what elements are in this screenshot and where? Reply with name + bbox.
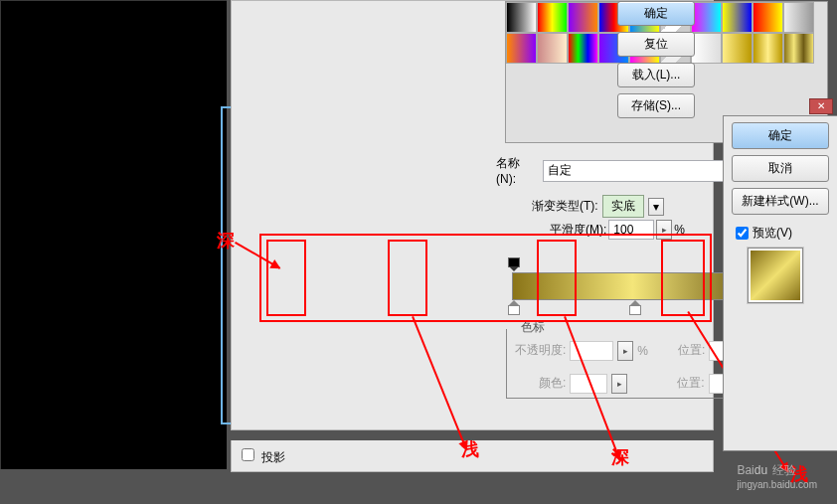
pos-label-1: 位置: [678,342,705,359]
annot-box-1 [266,240,306,316]
layer-style-panel: ✕ 确定 取消 新建样式(W)... 预览(V) [723,115,837,451]
preset-swatch[interactable] [568,2,598,33]
type-dropdown[interactable]: 实底 [602,195,644,218]
opacity-stepper-icon: ▸ [617,341,633,361]
opacity-label: 不透明度: [515,342,566,359]
preset-swatch[interactable] [537,33,568,64]
preview-thumb [748,248,803,303]
type-label: 渐变类型(T): [532,198,598,215]
annot-box-2 [388,240,427,316]
preset-swatch[interactable] [753,33,783,64]
name-label: 名称(N): [496,155,537,186]
preset-swatch[interactable] [722,33,753,64]
dropdown-arrow-icon[interactable]: ▾ [648,198,664,216]
preset-swatch[interactable] [537,2,568,33]
load-button[interactable]: 载入(L)... [617,63,695,87]
preset-swatch[interactable] [506,2,537,33]
save-button[interactable]: 存储(S)... [617,93,695,118]
preset-swatch[interactable] [783,2,814,33]
app-dark-area [0,0,227,469]
dialog-button-column: 确定 复位 载入(L)... 存储(S)... [617,1,695,118]
preset-swatch[interactable] [691,33,722,64]
pos-label-2: 位置: [677,375,704,392]
preset-swatch[interactable] [506,33,537,64]
color-label: 颜色: [539,375,566,392]
annot-light-2: 浅 [790,462,808,486]
opacity-pct: % [637,344,648,358]
color-picker-icon: ▸ [611,374,627,394]
preview-label: 预览(V) [753,225,792,242]
ls-newstyle-button[interactable]: 新建样式(W)... [732,188,829,215]
shadow-label: 投影 [261,450,285,464]
preview-checkbox[interactable] [736,227,749,240]
annot-box-3 [537,240,577,316]
annot-dark-1: 深 [217,229,235,252]
annot-box-outer [259,234,712,322]
preset-swatch[interactable] [753,2,783,33]
type-row: 渐变类型(T): 实底 ▾ [532,195,664,218]
reset-button[interactable]: 复位 [617,32,695,57]
annot-box-4 [661,240,705,316]
ls-ok-button[interactable]: 确定 [732,122,829,149]
close-icon[interactable]: ✕ [809,98,833,114]
preset-swatch[interactable] [568,33,598,64]
preset-swatch[interactable] [691,2,722,33]
shadow-checkbox[interactable] [242,448,254,461]
preset-swatch[interactable] [722,2,753,33]
gradient-editor-dialog: 确定 复位 载入(L)... 存储(S)... 名称(N): 新建(W) 渐变类… [231,0,714,430]
ok-button[interactable]: 确定 [617,1,695,26]
preset-swatch[interactable] [783,33,814,64]
ls-cancel-button[interactable]: 取消 [732,155,829,182]
